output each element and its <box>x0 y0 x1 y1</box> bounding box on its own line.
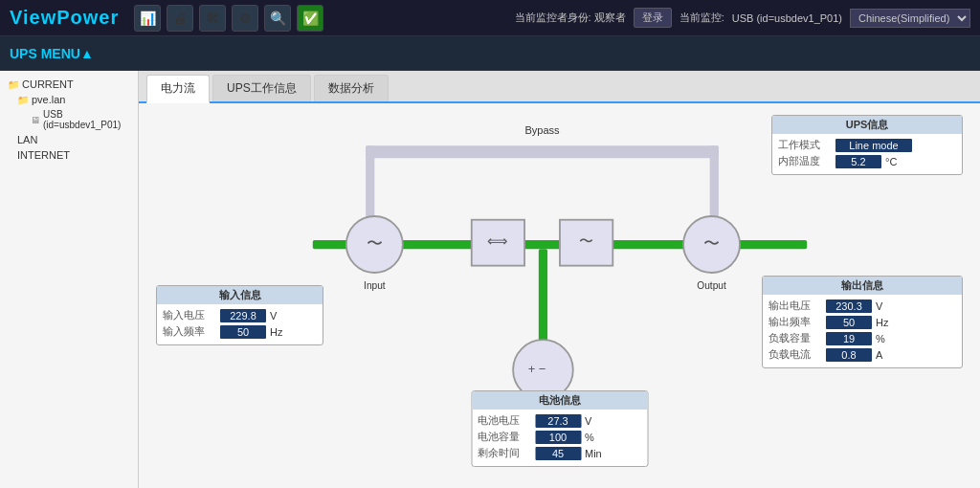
toolbar-btn-3[interactable]: 🛠 <box>199 5 226 32</box>
ups-mode-row: 工作模式 Line mode <box>778 138 956 152</box>
svg-point-5 <box>346 216 403 273</box>
input-info-title: 输入信息 <box>157 286 323 304</box>
ups-temp-label: 内部温度 <box>778 154 832 168</box>
battery-remaining-label: 剩余时间 <box>478 446 531 460</box>
output-load-current-label: 负载电流 <box>768 347 822 362</box>
login-button[interactable]: 登录 <box>634 8 672 28</box>
toolbar: 📊 🖨 🛠 ⚙ 🔍 ✅ <box>134 5 514 32</box>
device-icon: 🖥 <box>31 115 40 125</box>
tab-data-analysis[interactable]: 数据分析 <box>314 75 389 101</box>
current-monitor-value: USB (id=usbdev1_P01) <box>732 12 842 24</box>
battery-voltage-label: 电池电压 <box>478 413 531 428</box>
sidebar-item-current[interactable]: 📁 CURRENT <box>4 77 134 92</box>
folder-icon: 📁 <box>17 95 29 105</box>
output-load-current-unit: A <box>876 349 891 361</box>
sidebar-item-label: LAN <box>17 134 37 145</box>
svg-rect-4 <box>710 145 719 240</box>
folder-icon: 📁 <box>8 79 19 90</box>
output-voltage-row: 输出电压 230.3 V <box>768 299 956 313</box>
tab-power-flow[interactable]: 电力流 <box>146 75 210 103</box>
output-info-title: 输出信息 <box>763 277 962 295</box>
input-freq-value: 50 <box>220 325 266 339</box>
sidebar-item-usb[interactable]: 🖥 USB (id=usbdev1_P01) <box>4 107 134 132</box>
svg-text:⟺: ⟺ <box>487 233 508 249</box>
svg-text:Bypass: Bypass <box>524 124 560 136</box>
svg-rect-9 <box>560 220 612 266</box>
svg-text:〜: 〜 <box>367 234 383 253</box>
svg-text:Input: Input <box>364 280 386 291</box>
sidebar-item-internet[interactable]: INTERNET <box>4 147 134 163</box>
sidebar: 📁 CURRENT 📁 pve.lan 🖥 USB (id=usbdev1_P0… <box>0 71 139 488</box>
input-voltage-unit: V <box>270 310 285 322</box>
battery-capacity-row: 电池容量 100 % <box>478 430 641 444</box>
battery-capacity-value: 100 <box>535 431 581 444</box>
tab-ups-info[interactable]: UPS工作信息 <box>212 75 311 101</box>
toolbar-btn-5[interactable]: 🔍 <box>264 5 291 32</box>
sidebar-item-label: INTERNET <box>17 149 70 161</box>
svg-text:Output: Output <box>697 280 726 291</box>
input-voltage-label: 输入电压 <box>163 308 216 322</box>
svg-rect-3 <box>366 145 374 240</box>
sidebar-item-lan[interactable]: LAN <box>4 132 134 147</box>
output-freq-label: 输出频率 <box>768 315 822 329</box>
ups-temp-row: 内部温度 5.2 °C <box>778 154 956 168</box>
input-freq-row: 输入频率 50 Hz <box>163 324 317 339</box>
ups-info-box: UPS信息 工作模式 Line mode 内部温度 5.2 °C <box>771 115 963 175</box>
output-load-pct-row: 负载容量 19 % <box>768 331 956 345</box>
battery-voltage-unit: V <box>585 415 600 427</box>
output-voltage-value: 230.3 <box>826 299 872 313</box>
input-freq-unit: Hz <box>270 326 285 338</box>
svg-rect-7 <box>472 220 524 266</box>
output-info-box: 输出信息 输出电压 230.3 V 输出频率 50 Hz 负载容量 19 % <box>762 276 963 368</box>
battery-remaining-row: 剩余时间 45 Min <box>478 446 641 460</box>
svg-rect-0 <box>366 145 719 158</box>
input-info-box: 输入信息 输入电压 229.8 V 输入频率 50 Hz <box>156 285 323 345</box>
output-freq-value: 50 <box>826 316 872 329</box>
svg-point-11 <box>683 216 740 273</box>
header-right: 当前监控者身份: 观察者 登录 当前监控: USB (id=usbdev1_P0… <box>515 8 970 28</box>
battery-voltage-row: 电池电压 27.3 V <box>478 413 641 428</box>
output-load-pct-unit: % <box>876 333 891 344</box>
tabs: 电力流 UPS工作信息 数据分析 <box>139 71 980 103</box>
ups-menu[interactable]: UPS MENU▲ <box>10 46 94 61</box>
svg-rect-2 <box>539 249 547 355</box>
ups-info-title: UPS信息 <box>772 116 962 134</box>
toolbar-btn-4[interactable]: ⚙ <box>232 5 258 32</box>
toolbar-btn-1[interactable]: 📊 <box>134 5 161 32</box>
output-load-current-value: 0.8 <box>826 348 872 362</box>
battery-remaining-unit: Min <box>585 448 602 459</box>
output-voltage-unit: V <box>876 300 891 312</box>
battery-remaining-value: 45 <box>535 447 581 460</box>
battery-capacity-label: 电池容量 <box>478 430 531 444</box>
battery-voltage-value: 27.3 <box>535 414 581 428</box>
battery-info-box: 电池信息 电池电压 27.3 V 电池容量 100 % 剩余时间 45 Min <box>471 390 648 467</box>
output-load-pct-value: 19 <box>826 332 872 345</box>
sidebar-item-label: USB (id=usbdev1_P01) <box>43 109 130 130</box>
ups-temp-value: 5.2 <box>835 155 881 168</box>
toolbar-btn-6[interactable]: ✅ <box>297 5 323 32</box>
output-load-pct-label: 负载容量 <box>768 331 822 345</box>
sidebar-item-label: CURRENT <box>22 78 74 90</box>
svg-rect-1 <box>313 240 807 249</box>
power-flow-panel: 〜 ⟺ 〜 〜 + − Bypass Input Output Battery <box>139 103 980 488</box>
input-voltage-row: 输入电压 229.8 V <box>163 308 317 322</box>
current-monitor-label: 当前监控: <box>679 11 724 25</box>
output-load-current-row: 负载电流 0.8 A <box>768 347 956 362</box>
ups-mode-value: Line mode <box>835 139 912 152</box>
svg-text:〜: 〜 <box>579 233 593 249</box>
monitor-role-label: 当前监控者身份: 观察者 <box>515 11 626 25</box>
svg-text:〜: 〜 <box>703 234 720 253</box>
language-select[interactable]: Chinese(Simplified) <box>850 9 970 28</box>
input-voltage-value: 229.8 <box>220 309 266 322</box>
output-freq-row: 输出频率 50 Hz <box>768 315 956 329</box>
output-freq-unit: Hz <box>876 317 891 328</box>
output-voltage-label: 输出电压 <box>768 299 822 313</box>
toolbar-btn-2[interactable]: 🖨 <box>167 5 193 32</box>
app-logo: ViewPower <box>10 7 119 29</box>
ups-mode-label: 工作模式 <box>778 138 832 152</box>
battery-info-title: 电池信息 <box>472 391 647 410</box>
input-freq-label: 输入频率 <box>163 324 216 339</box>
sidebar-item-pve[interactable]: 📁 pve.lan <box>4 92 134 107</box>
svg-text:+ −: + − <box>528 362 546 376</box>
sidebar-item-label: pve.lan <box>32 94 65 105</box>
